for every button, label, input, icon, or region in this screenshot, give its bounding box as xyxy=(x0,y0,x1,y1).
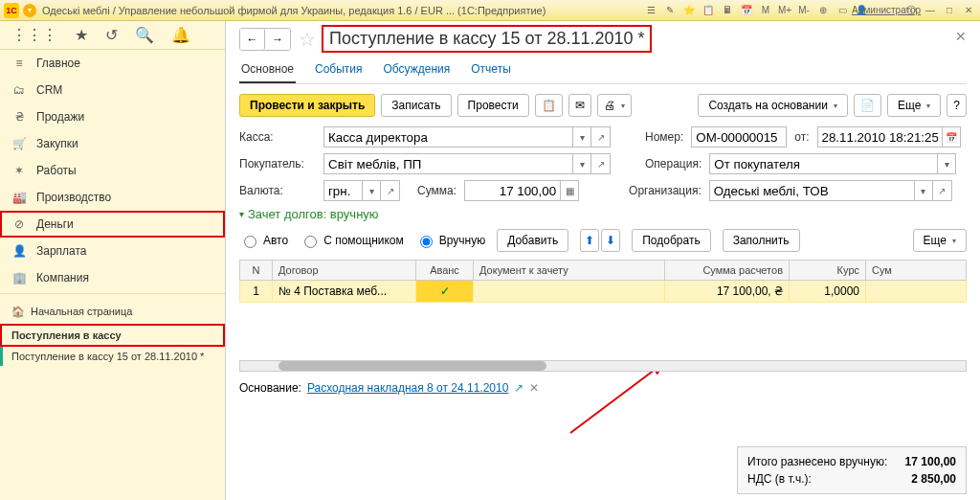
tool-icon[interactable]: 📅 xyxy=(739,3,754,18)
sidebar-item-company[interactable]: 🏢Компания xyxy=(0,264,225,291)
dropdown-icon[interactable]: ▾ xyxy=(914,180,933,201)
open-icon[interactable]: ↗ xyxy=(381,180,400,201)
radio-label: Вручную xyxy=(439,234,485,247)
tool-icon[interactable]: ☰ xyxy=(643,3,658,18)
sidebar-item-crm[interactable]: 🗂CRM xyxy=(0,77,225,103)
tool-icon[interactable]: ▭ xyxy=(835,3,850,18)
mminus-icon[interactable]: M- xyxy=(796,3,812,18)
tab-discuss[interactable]: Обсуждения xyxy=(382,58,453,83)
report-button[interactable]: 📄 xyxy=(854,94,881,117)
apps-icon[interactable]: ⋮⋮⋮ xyxy=(11,26,57,44)
dropdown-icon[interactable]: ▾ xyxy=(937,153,956,174)
sidebar-item-sales[interactable]: ₴Продажи xyxy=(0,103,225,130)
maximize-button[interactable]: □ xyxy=(942,3,957,18)
dropdown-icon[interactable]: ▾ xyxy=(362,180,381,201)
star-icon[interactable]: ★ xyxy=(75,26,88,44)
sidebar-item-money[interactable]: ⊘Деньги xyxy=(0,211,225,238)
tab-events[interactable]: События xyxy=(313,58,365,83)
basis-link[interactable]: Расходная накладная 8 от 24.11.2010 xyxy=(307,381,509,395)
sum-input[interactable] xyxy=(464,180,560,201)
nav-back-button[interactable]: ← xyxy=(240,29,265,50)
bell-icon[interactable]: 🔔 xyxy=(171,26,190,44)
number-input[interactable] xyxy=(691,126,787,148)
section-header[interactable]: Зачет долгов: вручную xyxy=(239,207,967,221)
current-doc-link[interactable]: Поступление в кассу 15 от 28.11.2010 * xyxy=(0,347,225,366)
post-button[interactable]: Провести xyxy=(457,94,529,117)
buyer-input[interactable] xyxy=(323,153,572,174)
tool-icon[interactable]: 🖩 xyxy=(720,3,735,18)
col-sum[interactable]: Сумма расчетов xyxy=(665,261,790,281)
close-button[interactable]: ✕ xyxy=(961,3,976,18)
dropdown-icon[interactable]: ▾ xyxy=(572,153,591,174)
sidebar-label: CRM xyxy=(36,83,62,97)
open-icon[interactable]: ↗ xyxy=(514,381,523,395)
more-button[interactable]: Еще▾ xyxy=(887,94,941,117)
add-button[interactable]: Добавить xyxy=(497,229,568,252)
col-doc[interactable]: Документ к зачету xyxy=(474,261,665,281)
cell-avans[interactable]: ✓ xyxy=(416,281,474,303)
dropdown-icon[interactable]: ▾ xyxy=(572,126,591,148)
copy-button[interactable]: 📋 xyxy=(535,94,563,117)
fill-button[interactable]: Заполнить xyxy=(723,229,800,252)
vat-label: НДС (в т.ч.): xyxy=(747,472,812,486)
more-button-2[interactable]: Еще▾ xyxy=(913,229,967,252)
favorite-icon[interactable]: ☆ xyxy=(299,28,316,51)
sidebar-item-works[interactable]: ✶Работы xyxy=(0,157,225,184)
minimize-button[interactable]: — xyxy=(923,3,938,18)
radio-manual[interactable]: Вручную xyxy=(415,233,485,248)
sidebar-item-purchases[interactable]: 🛒Закупки xyxy=(0,130,225,157)
tab-reports[interactable]: Отчеты xyxy=(469,58,512,83)
home-link[interactable]: 🏠Начальная страница xyxy=(0,300,225,324)
kassa-input[interactable] xyxy=(323,126,572,148)
h-scrollbar[interactable] xyxy=(239,360,967,372)
email-button[interactable]: ✉ xyxy=(568,94,591,117)
table-row[interactable]: 1 № 4 Поставка меб... ✓ 17 100,00, ₴ 1,0… xyxy=(240,281,967,303)
cash-receipts-link[interactable]: Поступления в кассу xyxy=(0,324,225,347)
operation-input[interactable] xyxy=(709,153,937,174)
history-icon[interactable]: ↺ xyxy=(105,26,118,44)
nav-forward-button[interactable]: → xyxy=(265,29,290,50)
clear-icon[interactable]: ✕ xyxy=(529,381,539,395)
sidebar-item-production[interactable]: 🏭Производство xyxy=(0,184,225,211)
tool-icon[interactable]: ⊕ xyxy=(815,3,831,18)
sidebar-item-main[interactable]: ≡Главное xyxy=(0,50,225,77)
admin-link[interactable]: Администратор xyxy=(879,3,894,18)
org-input[interactable] xyxy=(709,180,914,201)
close-tab-icon[interactable]: ✕ xyxy=(955,29,967,44)
date-input[interactable] xyxy=(817,126,942,148)
col-rate[interactable]: Курс xyxy=(790,261,866,281)
info-icon[interactable]: ⓘ xyxy=(903,3,919,18)
radio-auto[interactable]: Авто xyxy=(239,233,288,248)
sidebar-label: Зарплата xyxy=(36,244,87,258)
tab-main[interactable]: Основное xyxy=(239,58,296,83)
mplus-icon[interactable]: M+ xyxy=(777,3,792,18)
sidebar-item-salary[interactable]: 👤Зарплата xyxy=(0,238,225,264)
calendar-icon[interactable]: 📅 xyxy=(942,126,961,148)
move-down-button[interactable]: ⬇ xyxy=(601,229,620,252)
help-button[interactable]: ? xyxy=(947,94,967,117)
dropdown-icon[interactable]: ▾ xyxy=(23,4,36,17)
create-based-button[interactable]: Создать на основании▾ xyxy=(698,94,848,117)
open-icon[interactable]: ↗ xyxy=(591,126,611,148)
calc-icon[interactable]: ▦ xyxy=(560,180,579,201)
save-button[interactable]: Записать xyxy=(381,94,451,117)
tool-icon[interactable]: 📋 xyxy=(701,3,716,18)
cell-doc xyxy=(474,281,665,303)
print-button[interactable]: 🖨▾ xyxy=(597,94,632,117)
tool-icon[interactable]: ⭐ xyxy=(681,3,697,18)
col-sum2[interactable]: Сум xyxy=(866,261,967,281)
open-icon[interactable]: ↗ xyxy=(933,180,952,201)
col-contract[interactable]: Договор xyxy=(273,261,416,281)
m-icon[interactable]: M xyxy=(758,3,773,18)
create-based-label: Создать на основании xyxy=(708,99,828,112)
col-n[interactable]: N xyxy=(240,261,273,281)
move-up-button[interactable]: ⬆ xyxy=(580,229,599,252)
tool-icon[interactable]: ✎ xyxy=(662,3,678,18)
search-icon[interactable]: 🔍 xyxy=(135,26,154,44)
post-close-button[interactable]: Провести и закрыть xyxy=(239,94,375,117)
radio-wizard[interactable]: С помощником xyxy=(300,233,404,248)
open-icon[interactable]: ↗ xyxy=(591,153,611,174)
col-avans[interactable]: Аванс xyxy=(416,261,474,281)
currency-input[interactable] xyxy=(323,180,362,201)
pick-button[interactable]: Подобрать xyxy=(632,229,710,252)
